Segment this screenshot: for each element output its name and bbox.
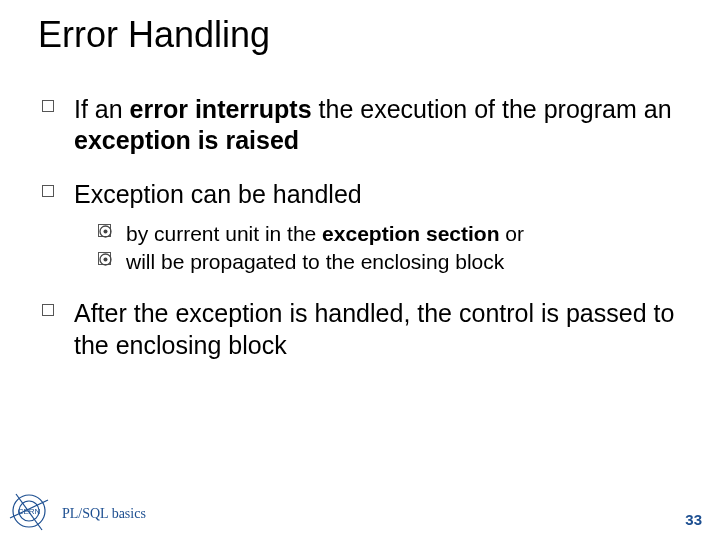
footer-text: PL/SQL basics <box>62 506 146 522</box>
logo-label: CERN <box>18 507 41 516</box>
sub-bullet-text: will be propagated to the enclosing bloc… <box>126 250 504 273</box>
slide-footer: CERN PL/SQL basics 33 <box>0 488 720 540</box>
sub-bullet-list: by current unit in the exception section… <box>98 220 680 277</box>
bullet-text: If an error interrupts the execution of … <box>74 95 672 154</box>
page-number: 33 <box>685 511 702 528</box>
bullet-lvl2: by current unit in the exception section… <box>98 220 680 248</box>
bullet-lvl1: After the exception is handled, the cont… <box>42 298 680 361</box>
bullet-text: After the exception is handled, the cont… <box>74 299 674 358</box>
target-bullet-icon <box>98 224 111 237</box>
square-bullet-icon <box>42 304 54 316</box>
sub-bullet-text: by current unit in the exception section… <box>126 222 524 245</box>
target-bullet-icon <box>98 252 111 265</box>
bullet-lvl1: Exception can be handledby current unit … <box>42 179 680 277</box>
svg-point-1 <box>104 229 108 233</box>
bullet-text: Exception can be handled <box>74 180 362 208</box>
square-bullet-icon <box>42 185 54 197</box>
square-bullet-icon <box>42 100 54 112</box>
bullet-lvl2: will be propagated to the enclosing bloc… <box>98 248 680 276</box>
slide: Error Handling If an error interrupts th… <box>0 0 720 540</box>
svg-point-3 <box>104 258 108 262</box>
cern-logo-icon: CERN <box>8 490 50 532</box>
slide-title: Error Handling <box>38 14 270 56</box>
bullet-lvl1: If an error interrupts the execution of … <box>42 94 680 157</box>
slide-body: If an error interrupts the execution of … <box>42 94 680 383</box>
